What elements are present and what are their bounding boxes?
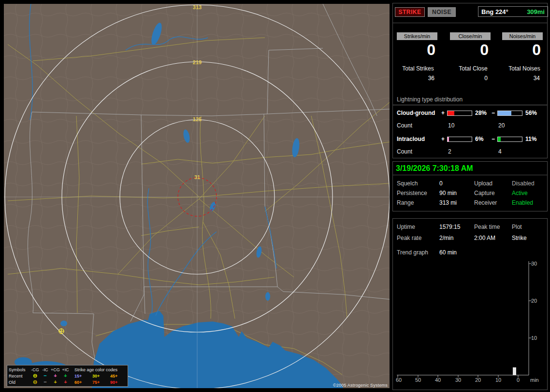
noises-per-min-badge: Noises/min: [502, 32, 543, 40]
ring-label-125: 125: [193, 116, 202, 122]
ic-minus-gauge-fill: [498, 137, 501, 141]
range-label: Range: [397, 199, 414, 206]
recent-pos-cg-icon: +: [50, 373, 60, 378]
old-neg-cg-icon: ⊖: [30, 379, 40, 385]
x-tick-label: 30: [455, 377, 461, 383]
uptime-label: Uptime: [397, 224, 415, 230]
cg-minus-gauge-fill: [498, 111, 511, 115]
x-axis-unit: min: [530, 377, 539, 383]
legend-old-row: Old ⊖ − + + 60+ 75+ 90+: [9, 379, 126, 385]
peak-rate-row: Peak rate 2/min 2:00 AM Strike: [393, 235, 547, 242]
legend-col-pos-cg: +CG: [50, 367, 60, 372]
receiver-status: Enabled: [512, 199, 533, 206]
intracloud-label: Intracloud: [397, 136, 425, 142]
noise-mode-button[interactable]: NOISE: [428, 7, 456, 17]
recent-neg-ic-icon: −: [40, 373, 50, 378]
peak-time-label: Peak time: [474, 224, 500, 230]
legend-symbols-header: Symbols: [9, 367, 30, 372]
x-tick-label: 40: [435, 377, 441, 383]
upload-status: Disabled: [512, 180, 535, 187]
receiver-label: Receiver: [474, 199, 497, 206]
trend-panel: Uptime 1579:15 Peak time Plot Peak rate …: [392, 218, 548, 390]
trend-graph-row: Trend graph 60 min: [393, 249, 547, 257]
strike-mode-button[interactable]: STRIKE: [395, 7, 425, 17]
age-15: 15+: [74, 374, 92, 378]
x-tick-label: 20: [475, 377, 481, 383]
cg-plus-gauge-fill: [448, 111, 454, 115]
trend-plot: [398, 262, 518, 375]
peak-time-value: 2:00 AM: [474, 235, 495, 241]
cg-minus-gauge: [497, 111, 522, 116]
old-neg-ic-icon: −: [40, 379, 50, 385]
map-legend: Symbols -CG -IC +CG +IC Strike age color…: [7, 365, 128, 387]
y-tick-label: 20: [531, 298, 537, 304]
legend-header-row: Symbols -CG -IC +CG +IC Strike age color…: [9, 366, 126, 373]
ic-minus-count: 4: [498, 148, 502, 155]
old-pos-ic-icon: +: [60, 379, 71, 385]
trend-bar: [513, 367, 516, 375]
legend-col-neg-ic: -IC: [40, 367, 50, 372]
peak-rate-value: 2/min: [439, 235, 453, 241]
ring-label-31: 31: [194, 174, 200, 180]
ic-count-label: Count: [397, 148, 412, 155]
cg-plus-count: 10: [448, 122, 454, 129]
x-tick-label: 50: [415, 377, 421, 383]
plot-label: Plot: [512, 224, 522, 230]
bearing-readout: Bng 224° 309mi: [478, 6, 548, 17]
counters-panel: STRIKE NOISE Bng 224° 309mi Strikes/min …: [392, 3, 548, 158]
total-strikes-value: 36: [397, 75, 437, 82]
ic-minus-gauge: [497, 137, 522, 142]
ic-plus-sign: +: [441, 136, 445, 142]
noises-per-min-value: 0: [502, 41, 543, 58]
strikes-per-min-badge: Strikes/min: [397, 32, 437, 40]
old-pos-cg-icon: +: [50, 379, 60, 385]
cg-plus-sign: +: [441, 110, 445, 116]
legend-recent-label: Recent: [9, 374, 30, 378]
recent-neg-cg-icon: ⊖: [30, 373, 40, 378]
trend-graph-value: 60 min: [439, 249, 457, 256]
total-close-label: Total Close: [449, 65, 497, 72]
ic-minus-sign: −: [492, 136, 495, 142]
ic-plus-percent: 6%: [475, 136, 483, 142]
cg-minus-sign: −: [492, 110, 495, 116]
persistence-label: Persistence: [397, 190, 427, 196]
trend-graph-label: Trend graph: [397, 249, 428, 256]
capture-status: Active: [512, 190, 528, 196]
total-noises-label: Total Noises: [500, 65, 549, 72]
persistence-row: Persistence 90 min Capture Active: [393, 190, 547, 197]
y-tick-label: 30: [531, 261, 537, 266]
cg-minus-percent: 56%: [525, 110, 537, 116]
age-60: 60+: [74, 380, 92, 385]
ic-plus-count: 2: [448, 148, 451, 155]
ic-plus-gauge-fill: [448, 137, 449, 141]
x-tick-label: 10: [495, 377, 501, 383]
age-75: 75+: [92, 380, 110, 385]
persistence-value: 90 min: [439, 190, 457, 196]
strikes-per-min-value: 0: [397, 41, 437, 58]
squelch-value: 0: [439, 180, 443, 187]
total-noises-value: 34: [502, 75, 543, 82]
cloud-ground-label: Cloud-ground: [397, 110, 435, 116]
legend-recent-row: Recent ⊖ − + + 15+ 30+ 45+: [9, 373, 126, 379]
lightning-map: 313 219 125 31 Symbols -CG -IC +CG +IC S…: [4, 4, 390, 388]
ic-plus-gauge: [447, 137, 472, 142]
squelch-row: Squelch 0 Upload Disabled: [393, 180, 547, 188]
ring-label-219: 219: [193, 59, 202, 65]
close-per-min-badge: Close/min: [450, 32, 491, 40]
status-panel: 3/19/2026 7:30:18 AM Squelch 0 Upload Di…: [392, 161, 548, 211]
cg-plus-percent: 28%: [475, 110, 487, 116]
cg-count-label: Count: [397, 122, 412, 129]
map-svg: 313 219 125 31: [4, 4, 390, 388]
cg-minus-count: 20: [498, 122, 505, 129]
legend-col-pos-ic: +IC: [60, 367, 71, 372]
y-tick-label: 10: [531, 335, 537, 341]
capture-label: Capture: [474, 190, 495, 196]
age-90: 90+: [110, 380, 128, 385]
x-tick-label: 60: [396, 377, 402, 383]
legend-col-neg-cg: -CG: [30, 367, 40, 372]
ring-label-313: 313: [193, 4, 202, 10]
range-value: 313 mi: [439, 199, 457, 206]
close-per-min-value: 0: [450, 41, 491, 58]
bearing-range-value: 309mi: [527, 8, 545, 15]
x-tick-label: 0: [517, 377, 520, 383]
